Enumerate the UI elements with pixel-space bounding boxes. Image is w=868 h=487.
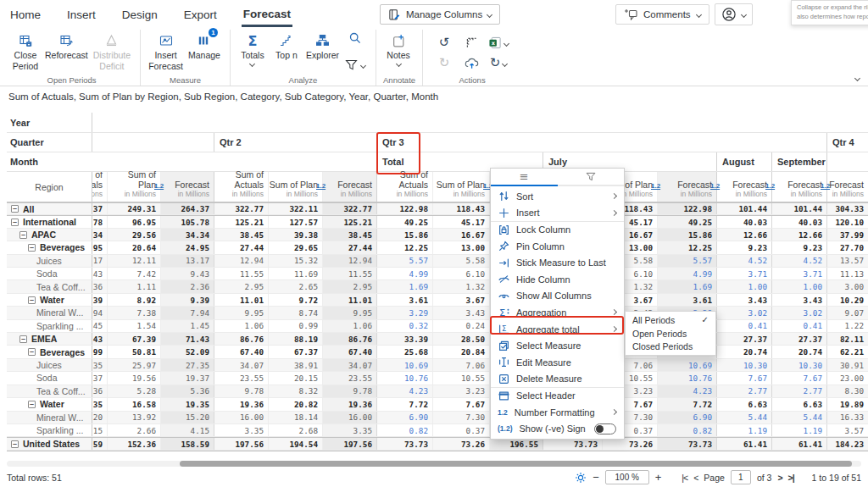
cell-q2_actuals[interactable]: 34.07 [214,359,268,371]
cell-q1_actuals[interactable]: 43 [92,268,107,279]
region-cell[interactable]: –All [7,203,92,214]
cell-q3_actuals[interactable]: 0.82 [376,424,432,436]
cell-q2_plan[interactable]: 9.72 [268,294,322,306]
collapse-icon[interactable]: – [28,244,36,252]
insert-forecast-button[interactable]: Insert Forecast [148,31,183,71]
cell-q3_plan[interactable]: 16.67 [432,229,489,241]
cell-q3_actuals[interactable]: 5.57 [376,255,432,267]
menu-tab-filter[interactable] [558,169,625,185]
cell-q2_actuals[interactable]: 23.55 [214,372,268,384]
region-cell[interactable]: Mineral W... [7,307,92,318]
submenu-item-closed-periods[interactable]: Closed Periods [626,340,715,354]
cell-q3_plan[interactable]: 45.17 [432,216,489,227]
cell-q3_actuals[interactable]: 4.23 [376,385,432,397]
cell-july_forecast[interactable]: 49.25 [657,216,716,227]
cell-q3_actuals[interactable]: 4.99 [376,268,432,279]
cell-aug_forecast[interactable]: 6.63 [716,398,771,410]
cell-q3_actuals[interactable]: 73.73 [376,438,432,449]
cell-q2_plan[interactable]: 11.69 [268,268,322,279]
menu-item-lock-column[interactable]: Lock Column [491,221,624,238]
cell-july_forecast[interactable]: 12.25 [657,241,716,253]
cell-sep_forecast[interactable]: 6.63 [771,398,826,410]
cell-sep_forecast[interactable]: 2.77 [771,385,826,397]
cell-q4_forecast[interactable]: 23.00 [826,372,868,384]
tab-insert[interactable]: Insert [65,3,97,25]
cell-q1_forecast[interactable]: 19.37 [160,372,214,384]
cell-q2_forecast[interactable]: 23.55 [322,372,376,384]
cell-q2_plan[interactable]: 8.74 [268,307,322,318]
region-cell[interactable]: Mineral W... [7,412,92,423]
cell-q1_plan[interactable]: 7.42 [107,268,160,279]
menu-item-hide-column[interactable]: Hide Column [491,271,624,288]
cell-q4_forecast[interactable]: 62.21 [826,346,868,357]
cell-q1_actuals[interactable]: 37 [92,372,107,384]
menu-item-aggregation[interactable]: ΣAggregation [491,304,624,321]
cell-q3_actuals[interactable]: 7.72 [376,398,432,410]
upload-cloud-icon[interactable] [465,57,479,69]
cell-q3_plan[interactable]: 5.58 [432,255,489,267]
cell-q3_actuals[interactable]: 122.98 [376,203,432,214]
cell-q3_plan[interactable]: 118.43 [432,203,489,214]
cell-q3_plan[interactable]: 7.67 [432,398,489,410]
manage-columns-button[interactable]: Manage Columns [380,4,500,25]
cell-q2_actuals[interactable]: 9.95 [214,307,268,318]
cell-q3_plan[interactable]: 28.50 [432,333,489,345]
cell-q3_plan[interactable]: 7.06 [432,359,489,371]
table-settings-gear-icon[interactable] [575,472,587,484]
cell-sep_forecast[interactable]: 61.41 [771,438,826,449]
next-page-button[interactable]: > [777,473,782,483]
cell-q4_forecast[interactable]: 37.99 [826,229,868,241]
cell-aug_forecast[interactable]: 5.44 [716,412,771,423]
cell-q2_plan[interactable]: 20.82 [268,398,322,410]
column-header-q2_forecast[interactable]: Forecastin Millions1.2 [322,172,376,202]
cell-q4_forecast[interactable]: 27.70 [826,241,868,253]
zoom-level-input[interactable]: 100 % [605,470,649,484]
cell-q3_plan[interactable]: 1.32 [432,280,489,292]
collapse-icon[interactable]: – [11,440,19,448]
column-header-q2_plan[interactable]: Sum of Planin Millions [268,172,322,202]
cell-q1_forecast[interactable]: 9.43 [160,268,214,279]
collapse-ribbon-icon[interactable] [854,75,860,81]
cell-q3_actuals[interactable]: 12.25 [376,241,432,253]
cell-q2_actuals[interactable]: 67.40 [214,346,268,357]
cell-q1_actuals[interactable]: 17 [92,255,107,267]
cell-q2_actuals[interactable]: 19.36 [214,398,268,410]
cell-q4_forecast[interactable]: 1.22 [826,320,868,332]
cell-q2_plan[interactable]: 67.37 [268,346,322,357]
cell-q2_forecast[interactable]: 9.95 [322,307,376,318]
cell-q1_plan[interactable]: 2.66 [107,424,160,436]
region-cell[interactable]: –Water [7,294,92,306]
cell-q3_forecast[interactable]: 196.55 [489,438,542,449]
cell-july_forecast[interactable]: 6.90 [657,412,716,423]
last-page-button[interactable]: >| [788,473,794,483]
region-cell[interactable]: –EMEA [7,333,92,345]
cell-q4_forecast[interactable]: 9.07 [826,307,868,318]
cell-july_forecast[interactable]: 4.23 [657,385,716,397]
cell-q3_plan[interactable]: 6.10 [432,268,489,279]
column-header-q2_actuals[interactable]: Sum ofActualsin Millions [214,172,268,202]
cell-q1_actuals[interactable]: 35 [92,398,107,410]
cell-aug_forecast[interactable]: 20.74 [716,346,771,357]
cell-q2_actuals[interactable]: 2.95 [214,280,268,292]
cell-sep_forecast[interactable]: 27.37 [771,333,826,345]
cell-aug_forecast[interactable]: 3.43 [716,294,771,306]
export-excel-button[interactable]: x [488,36,509,49]
column-header-q1_forecast[interactable]: Forecastin Millions1.2 [160,172,214,202]
region-cell[interactable]: Sparkling ... [7,320,92,332]
cell-q1_actuals[interactable]: 94 [92,307,107,318]
redo-icon[interactable]: ↻ [439,57,450,69]
region-cell[interactable]: Soda [7,268,92,279]
cell-q1_forecast[interactable]: 105.78 [160,216,214,227]
cell-q3_plan[interactable]: 3.67 [432,294,489,306]
cell-sep_forecast[interactable]: 1.19 [771,424,826,436]
cell-q2_plan[interactable]: 38.91 [268,359,322,371]
column-header-q1_actuals[interactable]: Sum ofActualsin Millions [92,172,107,202]
cell-q4_forecast[interactable]: 304.33 [826,203,868,214]
cell-q2_actuals[interactable]: 86.76 [214,333,268,345]
submenu-item-all-periods[interactable]: All Periods✓ [626,313,715,327]
cell-q1_forecast[interactable]: 15.20 [160,412,214,423]
cell-july_forecast[interactable]: 15.86 [657,229,716,241]
cell-july_forecast[interactable]: 1.69 [657,280,716,292]
cell-q2_plan[interactable]: 20.15 [268,372,322,384]
cell-q1_actuals[interactable]: 20 [92,412,107,423]
